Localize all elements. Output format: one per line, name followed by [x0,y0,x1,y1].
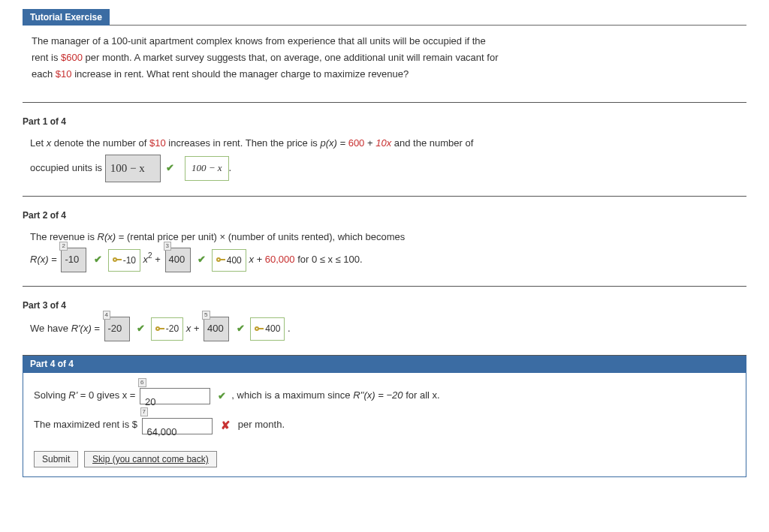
key-2-val: -10 [123,255,136,266]
p2-sq: 2 [148,252,152,260]
p2-t1: The revenue is [30,231,98,242]
key-5: 400 [250,317,285,340]
check-icon: ✔ [166,162,174,173]
part1-feedback: 100 − x [185,156,229,181]
part4-header: Part 4 of 4 [23,356,746,372]
blank-2-tag: 2 [59,242,67,251]
p2-t2: = (rental price per unit) × (number of u… [119,231,406,242]
p3-t1: We have [30,323,71,334]
key-icon [255,325,264,334]
part3-body: We have R'(x) = 4 -20 ✔ -20 x + 5 400 ✔ … [30,317,746,341]
p3-dot: . [288,323,291,334]
part3-label: Part 3 of 4 [23,300,746,311]
p1-px: p(x) = [320,137,348,149]
key-icon [216,256,225,265]
blank-7-tag: 7 [140,407,148,416]
check-icon: ✔ [237,323,245,334]
blank-7[interactable]: 7 64,000 [142,413,213,437]
divider [23,196,746,197]
p2-rx2: R(x) [30,254,49,265]
check-icon: ✔ [198,254,206,265]
blank-5[interactable]: 5 400 [204,317,229,341]
blank-6-tag: 6 [138,378,146,387]
check-icon: ✔ [218,390,226,401]
submit-button[interactable]: Submit [34,451,78,467]
p4-rpp: R''(x) = −20 [353,389,403,401]
increment-amount: $10 [56,68,72,80]
p2-rx: R(x) [98,231,116,242]
cross-icon: ✘ [221,419,231,431]
problem-line3a: each [32,68,56,80]
blank-4-value: -20 [104,317,130,341]
p4-l2a: The maximized rent is $ [34,419,140,430]
p4-l1d: for all x. [406,389,440,401]
part2-label: Part 2 of 4 [23,210,746,221]
key-2: -10 [108,249,140,272]
key-4-val: -20 [166,323,179,334]
divider [23,102,746,103]
part1-answer[interactable]: 100 − x [105,155,161,182]
p1-plus: + [367,137,375,149]
check-icon: ✔ [94,254,102,265]
p2-plus: + [155,254,163,265]
p4-l1b: = 0 gives x = [80,389,138,401]
key-icon [113,256,122,265]
blank-2[interactable]: 2 -10 [61,248,86,272]
p1-t1: Let [30,137,47,149]
tutorial-header-row: Tutorial Exercise [23,9,746,26]
var-x: x [47,137,52,149]
p1-d10: $10 [149,137,166,149]
key-3-val: 400 [227,255,242,266]
problem-line2b: per month. A market survey suggests that… [86,52,499,63]
p4-l1a: Solving [34,389,68,401]
blank-2-value: -10 [61,248,86,272]
part1-label: Part 1 of 4 [23,116,746,127]
p1-t5: occupied units is [30,162,105,173]
p2-dom: for 0 ≤ x ≤ 100. [297,254,363,265]
blank-5-value: 400 [204,317,229,341]
p1-10x: 10x [375,137,391,149]
skip-button[interactable]: Skip (you cannot come back) [84,451,217,467]
problem-line2a: rent is [32,52,61,63]
blank-3-value: 400 [165,248,191,272]
problem-line3b: increase in rent. What rent should the m… [74,68,409,80]
blank-4[interactable]: 4 -20 [104,317,130,341]
p3-rpx: R'(x) = [71,323,103,334]
rent-amount: $600 [61,52,83,63]
period: . [229,162,232,173]
key-4: -20 [151,317,183,340]
problem-line1: The manager of a 100-unit apartment comp… [32,35,486,47]
divider [23,286,746,287]
blank-4-tag: 4 [103,311,110,320]
p1-t3: increases in rent. Then the price is [168,137,320,149]
p2-60k: 60,000 [265,254,295,265]
blank-5-tag: 5 [202,311,210,320]
blank-3[interactable]: 3 400 [165,248,191,272]
p1-fb: 100 − x [191,162,222,173]
part1-body: Let x denote the number of $10 increases… [30,133,746,182]
p3-xplus: x + [186,323,202,334]
tutorial-header: Tutorial Exercise [23,9,110,26]
p4-l1c: , which is a maximum since [231,389,353,401]
p2-xplus: x + [249,254,264,265]
p1-t4: and the number of [394,137,474,149]
blank-6-input[interactable]: 20 [140,388,210,404]
check-icon: ✔ [137,323,145,334]
key-icon [155,325,164,334]
key-5-val: 400 [265,323,280,334]
p1-t2: denote the number of [54,137,149,149]
blank-7-input[interactable]: 64,000 [142,418,213,434]
blank-3-tag: 3 [164,242,171,251]
p2-eq: = [51,254,59,265]
key-3: 400 [212,249,246,272]
part4-box: Solving R' = 0 gives x = 6 20 ✔ , which … [23,372,746,477]
p4-rp: R' [68,389,80,401]
p1-600: 600 [348,137,365,149]
problem-statement: The manager of a 100-unit apartment comp… [32,33,746,83]
part2-body: The revenue is R(x) = (rental price per … [30,227,746,272]
p4-l2b: per month. [238,419,285,430]
blank-6[interactable]: 6 20 [140,384,210,407]
